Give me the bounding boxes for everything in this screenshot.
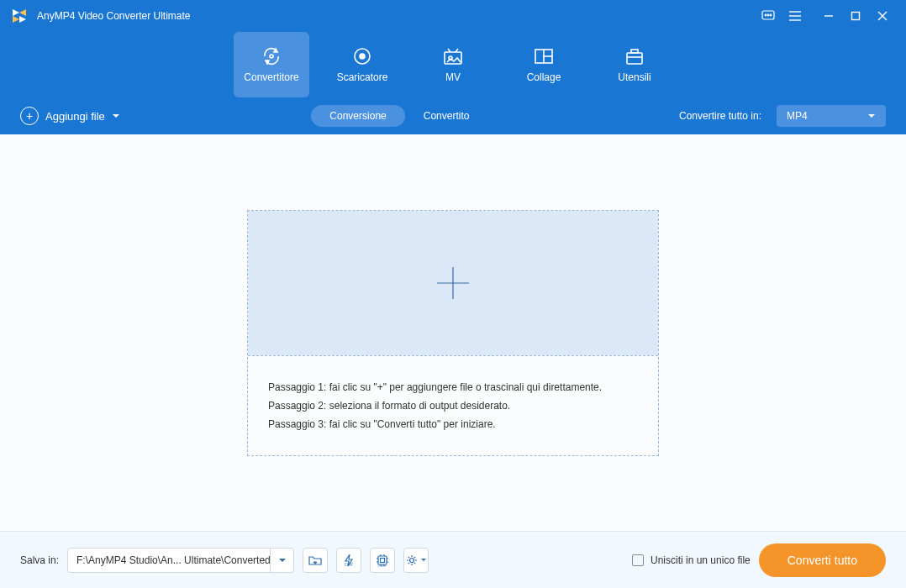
add-file-button[interactable]: + Aggiungi file (20, 107, 120, 125)
main-tabs: Convertitore Scaricatore MV Collage Uten… (0, 32, 906, 97)
tab-collage[interactable]: Collage (506, 32, 582, 97)
close-button[interactable] (869, 0, 896, 32)
minimize-button[interactable] (815, 0, 842, 32)
svg-point-1 (765, 14, 766, 16)
chevron-down-icon (867, 113, 876, 118)
convert-all-label: Convertire tutto in: (679, 110, 761, 122)
tab-downloader[interactable]: Scaricatore (324, 32, 400, 97)
converter-icon (261, 46, 282, 66)
main-area: Passaggio 1: fai clic su "+" per aggiung… (0, 134, 906, 531)
tab-converter[interactable]: Convertitore (234, 32, 309, 97)
step-2: Passaggio 2: seleziona il formato di out… (268, 400, 638, 412)
convert-all-button[interactable]: Converti tutto (759, 543, 886, 577)
format-value: MP4 (787, 110, 808, 122)
plus-circle-icon: + (20, 107, 39, 125)
tab-label: Scaricatore (337, 71, 388, 83)
step-1: Passaggio 1: fai clic su "+" per aggiung… (268, 381, 638, 393)
add-file-label: Aggiungi file (45, 110, 105, 123)
downloader-icon (352, 46, 372, 66)
folder-icon (308, 554, 322, 566)
titlebar: AnyMP4 Video Converter Ultimate (0, 0, 906, 32)
svg-point-38 (410, 558, 414, 562)
merge-label: Unisciti in un unico file (651, 554, 751, 566)
tab-mv[interactable]: MV (415, 32, 491, 97)
svg-rect-21 (627, 53, 642, 64)
svg-point-3 (770, 14, 772, 16)
dropzone-add-area[interactable] (248, 211, 658, 355)
tab-tools[interactable]: Utensili (597, 32, 672, 97)
segment-control: Conversione Convertito (311, 105, 487, 127)
footer: Salva in: F:\AnyMP4 Studio\An... Ultimat… (0, 531, 906, 588)
menu-icon[interactable] (782, 0, 809, 32)
lightning-icon: OFF (342, 554, 356, 567)
feedback-icon[interactable] (755, 0, 782, 32)
segment-conversion[interactable]: Conversione (311, 105, 404, 127)
settings-button[interactable] (403, 548, 429, 573)
tab-label: Convertitore (244, 71, 298, 83)
svg-rect-28 (381, 558, 385, 562)
mv-icon (443, 46, 463, 66)
open-folder-button[interactable] (303, 548, 328, 573)
hardware-accel-button[interactable]: OFF (336, 548, 361, 573)
tools-icon (624, 46, 645, 66)
checkbox-icon (632, 554, 644, 566)
gpu-accel-button[interactable]: OFF (370, 548, 395, 573)
app-title: AnyMP4 Video Converter Ultimate (37, 10, 755, 22)
chevron-down-icon (420, 558, 427, 562)
dropzone: Passaggio 1: fai clic su "+" per aggiung… (247, 210, 659, 456)
tab-label: Collage (527, 71, 561, 83)
gear-icon (405, 554, 419, 567)
step-3: Passaggio 3: fai clic su "Converti tutto… (268, 418, 638, 430)
collage-icon (534, 46, 554, 66)
segment-converted[interactable]: Convertito (405, 105, 488, 127)
save-path-value: F:\AnyMP4 Studio\An... Ultimate\Converte… (68, 554, 270, 566)
svg-text:OFF: OFF (378, 564, 387, 567)
maximize-button[interactable] (842, 0, 869, 32)
chevron-down-icon (112, 113, 120, 118)
save-path-select[interactable]: F:\AnyMP4 Studio\An... Ultimate\Converte… (67, 548, 294, 573)
app-logo-icon (10, 7, 29, 25)
save-to-label: Salva in: (20, 554, 59, 566)
svg-rect-22 (631, 50, 638, 53)
tab-label: Utensili (618, 71, 651, 83)
svg-rect-27 (378, 556, 387, 564)
tab-label: MV (445, 71, 461, 83)
svg-text:OFF: OFF (345, 562, 353, 567)
subbar: + Aggiungi file Conversione Convertito C… (0, 97, 906, 134)
chevron-down-icon (270, 548, 293, 573)
dropzone-instructions: Passaggio 1: fai clic su "+" per aggiung… (248, 355, 658, 455)
plus-icon (432, 262, 474, 304)
format-select[interactable]: MP4 (777, 105, 886, 127)
svg-point-13 (360, 54, 365, 59)
chip-icon: OFF (376, 554, 389, 567)
svg-point-2 (767, 14, 769, 16)
merge-checkbox[interactable]: Unisciti in un unico file (632, 554, 751, 566)
svg-point-11 (270, 55, 273, 58)
svg-rect-8 (852, 13, 860, 20)
